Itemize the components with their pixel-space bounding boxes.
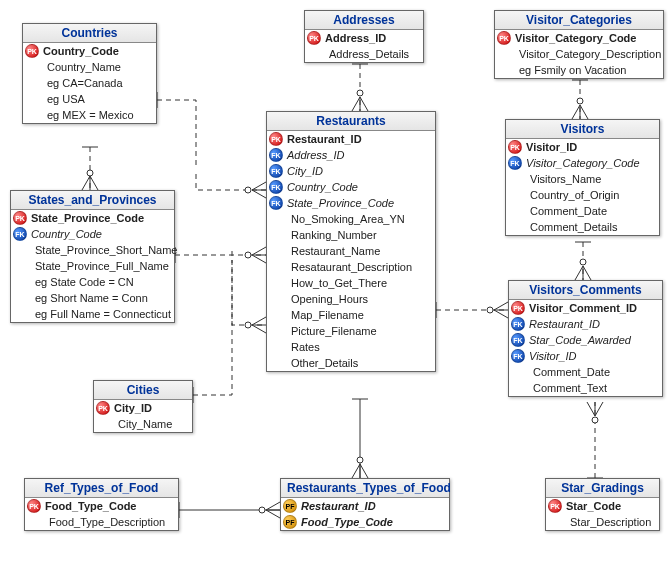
entity-visitors_comments: Visitors_CommentsPKVisitor_Comment_IDFKR…: [508, 280, 663, 397]
attribute-row: PKAddress_ID: [305, 30, 423, 46]
attribute-row: FKCountry_Code: [11, 226, 174, 242]
attribute-label: Country_of_Origin: [530, 189, 619, 201]
pk-key-icon: PK: [13, 211, 27, 225]
entity-star_gradings: Star_GradingsPKStar_CodeStar_Description: [545, 478, 660, 531]
no-key-spacer: [508, 172, 526, 186]
attribute-row: PKFood_Type_Code: [25, 498, 178, 514]
entity-ref_types_of_food: Ref_Types_of_FoodPKFood_Type_CodeFood_Ty…: [24, 478, 179, 531]
svg-point-4: [245, 252, 251, 258]
attribute-row: eg State Code = CN: [11, 274, 174, 290]
attribute-label: Restaurant_ID: [287, 133, 362, 145]
attribute-label: Visitor_Category_Code: [526, 157, 640, 169]
attribute-row: Rates: [267, 339, 435, 355]
attribute-row: Restaurant_Name: [267, 243, 435, 259]
attribute-row: Picture_Filename: [267, 323, 435, 339]
no-key-spacer: [508, 220, 526, 234]
attribute-row: eg USA: [23, 91, 156, 107]
attribute-row: FKCity_ID: [267, 163, 435, 179]
attribute-label: Address_Details: [329, 48, 409, 60]
svg-point-9: [259, 507, 265, 513]
attribute-label: Address_ID: [287, 149, 344, 161]
attribute-label: Comment_Details: [530, 221, 617, 233]
attribute-row: FKCountry_Code: [267, 179, 435, 195]
attribute-label: Visitors_Name: [530, 173, 601, 185]
pk-key-icon: PK: [27, 499, 41, 513]
fk-key-icon: FK: [269, 180, 283, 194]
attribute-label: Comment_Date: [530, 205, 607, 217]
attribute-label: Restaurant_ID: [301, 500, 376, 512]
entity-title: Restaurants: [267, 112, 435, 131]
pk-key-icon: PK: [307, 31, 321, 45]
attribute-label: Star_Code_Awarded: [529, 334, 631, 346]
fk-key-icon: FK: [269, 196, 283, 210]
svg-point-10: [592, 417, 598, 423]
entity-states_and_provinces: States_and_ProvincesPKState_Province_Cod…: [10, 190, 175, 323]
no-key-spacer: [13, 291, 31, 305]
no-key-spacer: [25, 60, 43, 74]
attribute-row: PKStar_Code: [546, 498, 659, 514]
attribute-label: eg CA=Canada: [47, 77, 123, 89]
attribute-row: FKStar_Code_Awarded: [509, 332, 662, 348]
svg-point-5: [245, 322, 251, 328]
no-key-spacer: [269, 276, 287, 290]
svg-point-6: [580, 259, 586, 265]
no-key-spacer: [269, 356, 287, 370]
fk-key-icon: FK: [511, 349, 525, 363]
no-key-spacer: [25, 108, 43, 122]
entity-title: Visitors_Comments: [509, 281, 662, 300]
attribute-row: Map_Filename: [267, 307, 435, 323]
attribute-label: eg Fsmily on Vacation: [519, 64, 626, 76]
attribute-row: PKVisitor_Comment_ID: [509, 300, 662, 316]
attribute-label: Visitor_ID: [526, 141, 577, 153]
no-key-spacer: [508, 188, 526, 202]
attribute-row: FKVisitor_Category_Code: [506, 155, 659, 171]
attribute-row: Address_Details: [305, 46, 423, 62]
attribute-row: Comment_Date: [506, 203, 659, 219]
attribute-label: How_to_Get_There: [291, 277, 387, 289]
no-key-spacer: [497, 63, 515, 77]
attribute-row: City_Name: [94, 416, 192, 432]
no-key-spacer: [269, 228, 287, 242]
attribute-row: No_Smoking_Area_YN: [267, 211, 435, 227]
entity-title: Visitors: [506, 120, 659, 139]
attribute-label: Address_ID: [325, 32, 386, 44]
attribute-label: Ranking_Number: [291, 229, 377, 241]
attribute-label: City_ID: [114, 402, 152, 414]
entity-title: Ref_Types_of_Food: [25, 479, 178, 498]
attribute-row: Ranking_Number: [267, 227, 435, 243]
attribute-label: Rates: [291, 341, 320, 353]
no-key-spacer: [269, 340, 287, 354]
no-key-spacer: [307, 47, 325, 61]
no-key-spacer: [511, 381, 529, 395]
attribute-row: PKVisitor_Category_Code: [495, 30, 663, 46]
attribute-row: eg MEX = Mexico: [23, 107, 156, 123]
attribute-row: Star_Description: [546, 514, 659, 530]
no-key-spacer: [269, 212, 287, 226]
pf-key-icon: PF: [283, 499, 297, 513]
pk-key-icon: PK: [96, 401, 110, 415]
pk-key-icon: PK: [497, 31, 511, 45]
attribute-row: Food_Type_Description: [25, 514, 178, 530]
attribute-row: Comment_Date: [509, 364, 662, 380]
pk-key-icon: PK: [269, 132, 283, 146]
entity-cities: CitiesPKCity_IDCity_Name: [93, 380, 193, 433]
attribute-label: Country_Code: [31, 228, 102, 240]
attribute-label: State_Province_Code: [287, 197, 394, 209]
no-key-spacer: [497, 47, 515, 61]
entity-title: Addresses: [305, 11, 423, 30]
no-key-spacer: [269, 324, 287, 338]
fk-key-icon: FK: [269, 148, 283, 162]
no-key-spacer: [25, 76, 43, 90]
attribute-label: Opening_Hours: [291, 293, 368, 305]
attribute-row: PKCountry_Code: [23, 43, 156, 59]
attribute-row: PKCity_ID: [94, 400, 192, 416]
attribute-row: State_Province_Short_Name: [11, 242, 174, 258]
fk-key-icon: FK: [13, 227, 27, 241]
no-key-spacer: [13, 275, 31, 289]
attribute-row: PFFood_Type_Code: [281, 514, 449, 530]
attribute-row: FKVisitor_ID: [509, 348, 662, 364]
attribute-row: Comment_Details: [506, 219, 659, 235]
attribute-label: City_Name: [118, 418, 172, 430]
fk-key-icon: FK: [508, 156, 522, 170]
entity-title: Star_Gradings: [546, 479, 659, 498]
